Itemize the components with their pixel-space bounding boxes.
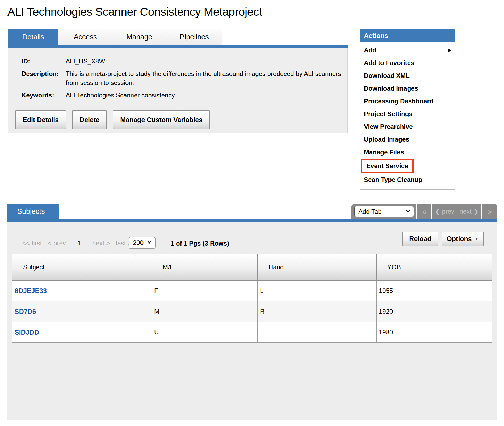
tab-nav-last-button[interactable]: » xyxy=(482,204,497,219)
pager-summary: 1 of 1 Pgs (3 Rows) xyxy=(171,240,229,247)
subjects-panel: << first < prev 1 next > last >> 200 1 o… xyxy=(7,222,497,420)
actions-menu-header: Actions xyxy=(360,29,455,42)
cell-hand xyxy=(258,322,376,343)
subject-link[interactable]: 8DJEJE33 xyxy=(12,280,152,301)
subjects-accent-bar xyxy=(7,219,497,222)
action-item-scan-type-cleanup[interactable]: Scan Type Cleanup xyxy=(360,173,455,186)
keywords-field: Keywords: ALI Technologies Scanner consi… xyxy=(22,91,347,100)
manage-custom-variables-button[interactable]: Manage Custom Variables xyxy=(113,110,210,129)
detail-buttons: Edit Details Delete Manage Custom Variab… xyxy=(15,110,216,129)
table-header-row: Subject M/F Hand YOB xyxy=(12,254,492,280)
cell-mf: F xyxy=(152,280,258,301)
tab-pipelines[interactable]: Pipelines xyxy=(166,29,222,45)
column-header-yob[interactable]: YOB xyxy=(376,254,492,280)
submenu-arrow-icon: ▶ xyxy=(448,44,451,57)
tab-access[interactable]: Access xyxy=(58,29,112,45)
options-button-label: Options xyxy=(447,235,472,243)
pager-first-link[interactable]: << first xyxy=(22,240,42,247)
cell-yob: 1920 xyxy=(376,301,492,322)
action-item-upload-images[interactable]: Upload Images xyxy=(360,133,455,146)
action-item-processing-dashboard[interactable]: Processing Dashboard xyxy=(360,95,455,108)
tab-details[interactable]: Details xyxy=(8,29,58,45)
details-panel: ID: ALI_US_X8W Description: This is a me… xyxy=(8,48,348,133)
subjects-table: Subject M/F Hand YOB 8DJEJE33 F L 1955 S… xyxy=(12,254,492,343)
action-item-add[interactable]: Add ▶ xyxy=(360,44,455,57)
cell-mf: U xyxy=(152,322,258,343)
id-field: ID: ALI_US_X8W xyxy=(22,57,347,66)
column-header-mf[interactable]: M/F xyxy=(152,254,258,280)
tab-nav-next-button[interactable]: next ❯ xyxy=(457,204,481,219)
keywords-label: Keywords: xyxy=(22,91,66,100)
actions-menu-body: Add ▶ Add to Favorites Download XML Down… xyxy=(360,42,455,189)
event-service-highlight-box: Event Service xyxy=(361,159,414,173)
action-item-download-xml[interactable]: Download XML xyxy=(360,69,455,82)
tab-subjects[interactable]: Subjects xyxy=(7,204,59,219)
subject-link[interactable]: SD7D6 xyxy=(12,301,152,322)
pager: << first < prev 1 next > last >> xyxy=(22,240,141,247)
cell-mf: M xyxy=(152,301,258,322)
actions-menu: Actions Add ▶ Add to Favorites Download … xyxy=(360,29,455,190)
subject-link[interactable]: SIDJDD xyxy=(12,322,152,343)
page-size-select[interactable]: 200 xyxy=(129,237,156,249)
action-item-view-prearchive[interactable]: View Prearchive xyxy=(360,120,455,133)
table-row: SD7D6 M R 1920 xyxy=(12,301,492,322)
action-item-download-images[interactable]: Download Images xyxy=(360,82,455,95)
cell-yob: 1955 xyxy=(376,280,492,301)
action-item-event-service[interactable]: Event Service xyxy=(360,159,455,173)
options-button[interactable]: Options ▼ xyxy=(442,232,484,246)
chevron-down-icon xyxy=(405,208,411,215)
action-item-manage-files[interactable]: Manage Files xyxy=(360,146,455,159)
action-item-label: Event Service xyxy=(366,162,408,169)
column-header-subject[interactable]: Subject xyxy=(12,254,152,280)
detail-tabs: Details Access Manage Pipelines xyxy=(8,29,222,45)
cell-hand: L xyxy=(258,280,376,301)
page-title: ALI Technologies Scanner Consistency Met… xyxy=(7,5,262,18)
add-tab-select-value: Add Tab xyxy=(358,208,382,215)
tab-nav-prev-button[interactable]: ❮ prev xyxy=(432,204,457,219)
column-header-hand[interactable]: Hand xyxy=(258,254,376,280)
caret-down-icon: ▼ xyxy=(475,237,478,241)
id-label: ID: xyxy=(22,57,66,66)
description-field: Description: This is a meta-project to s… xyxy=(22,69,347,87)
keywords-value: ALI Technologies Scanner consistency xyxy=(66,91,175,100)
details-accent-bar xyxy=(8,45,348,48)
description-label: Description: xyxy=(22,69,66,87)
action-item-add-to-favorites[interactable]: Add to Favorites xyxy=(360,57,455,69)
pager-next-link[interactable]: next > xyxy=(92,240,110,247)
action-item-project-settings[interactable]: Project Settings xyxy=(360,108,455,120)
delete-button[interactable]: Delete xyxy=(72,110,107,129)
chevron-down-icon xyxy=(146,239,152,246)
edit-details-button[interactable]: Edit Details xyxy=(15,110,66,129)
table-row: SIDJDD U 1980 xyxy=(12,322,492,343)
description-value: This is a meta-project to study the diff… xyxy=(66,69,342,87)
cell-hand: R xyxy=(258,301,376,322)
table-row: 8DJEJE33 F L 1955 xyxy=(12,280,492,301)
pager-current-page: 1 xyxy=(77,240,81,247)
cell-yob: 1980 xyxy=(376,322,492,343)
pager-prev-link[interactable]: < prev xyxy=(48,240,66,247)
tab-manage[interactable]: Manage xyxy=(112,29,166,45)
add-tab-select[interactable]: Add Tab xyxy=(354,206,414,217)
action-item-label: Add xyxy=(364,46,376,54)
id-value: ALI_US_X8W xyxy=(66,57,105,66)
add-tab-segment: Add Tab xyxy=(351,204,416,219)
tab-nav-first-button[interactable]: « xyxy=(417,204,431,219)
reload-button[interactable]: Reload xyxy=(402,232,438,246)
page-size-value: 200 xyxy=(133,239,144,246)
